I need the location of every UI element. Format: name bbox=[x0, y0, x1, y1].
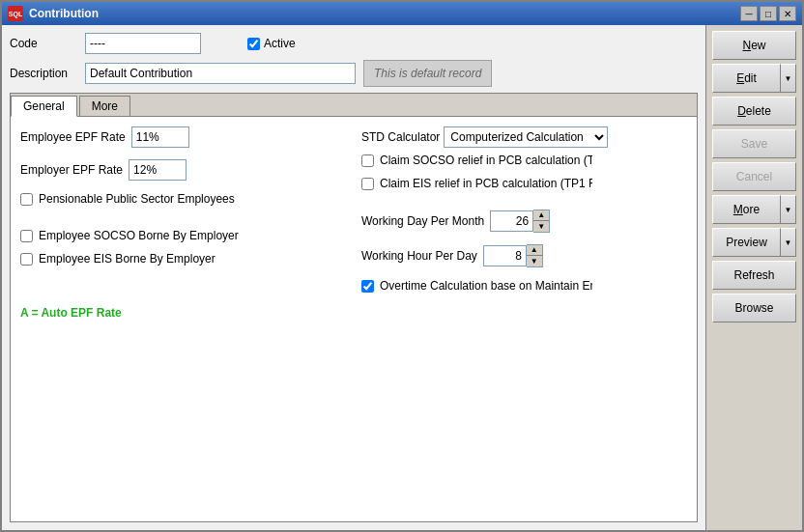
employee-epf-input[interactable] bbox=[131, 126, 189, 148]
employer-epf-input[interactable] bbox=[129, 159, 187, 181]
edit-split-button: Edit ▼ bbox=[712, 64, 796, 93]
general-tab-content: Employee EPF Rate Employer EPF Rate Pens… bbox=[11, 117, 697, 521]
claim-eis-label: Claim EIS relief in PCB calculation (TP1… bbox=[380, 177, 592, 190]
employee-eis-label: Employee EIS Borne By Employer bbox=[39, 252, 215, 266]
more-dropdown-button[interactable]: ▼ bbox=[781, 195, 796, 224]
more-split-button: More ▼ bbox=[712, 195, 796, 224]
active-checkbox[interactable] bbox=[247, 38, 260, 50]
std-calculator-select[interactable]: Computerized Calculation bbox=[444, 126, 608, 148]
right-panel: New Edit ▼ Delete Save Cancel More bbox=[705, 25, 802, 530]
delete-button[interactable]: Delete bbox=[712, 97, 796, 126]
browse-button[interactable]: Browse bbox=[712, 294, 796, 322]
new-button[interactable]: New bbox=[712, 31, 796, 60]
employee-epf-row: Employee EPF Rate bbox=[20, 126, 346, 148]
tab-bar: General More bbox=[11, 94, 697, 117]
claim-eis-checkbox[interactable] bbox=[361, 178, 374, 190]
left-column: Employee EPF Rate Employer EPF Rate Pens… bbox=[20, 126, 346, 296]
std-calculator-label: STD Calculator bbox=[361, 130, 440, 144]
window-title: Contribution bbox=[29, 7, 734, 20]
code-input[interactable] bbox=[85, 33, 201, 54]
employer-epf-row: Employer EPF Rate bbox=[20, 159, 346, 181]
right-column: STD Calculator Computerized Calculation … bbox=[361, 126, 687, 296]
working-hour-spinners: ▲ ▼ bbox=[527, 244, 543, 267]
overtime-label: Overtime Calculation base on Maintain Em… bbox=[380, 279, 592, 293]
edit-dropdown-button[interactable]: ▼ bbox=[781, 64, 796, 93]
cancel-button[interactable]: Cancel bbox=[712, 162, 796, 191]
tab-container: General More Employee EPF Rate bbox=[10, 93, 698, 522]
employer-epf-label: Employer EPF Rate bbox=[20, 163, 123, 177]
working-hour-down[interactable]: ▼ bbox=[527, 256, 542, 266]
claim-eis-row: Claim EIS relief in PCB calculation (TP1… bbox=[361, 177, 687, 190]
maximize-button[interactable]: □ bbox=[760, 6, 777, 21]
claim-socso-label: Claim SOCSO relief in PCB calculation (T… bbox=[380, 154, 592, 167]
employee-epf-label: Employee EPF Rate bbox=[20, 130, 126, 144]
working-day-down[interactable]: ▼ bbox=[533, 221, 549, 232]
more-button[interactable]: More bbox=[712, 195, 781, 224]
new-split-button: New bbox=[712, 31, 796, 60]
employee-socso-label: Employee SOCSO Borne By Employer bbox=[39, 229, 239, 242]
save-button[interactable]: Save bbox=[712, 129, 796, 158]
employee-socso-row: Employee SOCSO Borne By Employer bbox=[20, 229, 346, 242]
tab-general[interactable]: General bbox=[11, 96, 77, 117]
default-record-badge: This is default record bbox=[363, 60, 492, 87]
preview-dropdown-button[interactable]: ▼ bbox=[781, 228, 796, 257]
working-day-input[interactable] bbox=[490, 210, 533, 232]
working-hour-spinner: ▲ ▼ bbox=[483, 244, 543, 267]
close-button[interactable]: ✕ bbox=[779, 6, 796, 21]
edit-button[interactable]: Edit bbox=[712, 64, 781, 93]
claim-socso-checkbox[interactable] bbox=[361, 154, 374, 167]
window-controls: ─ □ ✕ bbox=[740, 6, 796, 21]
working-day-spinner: ▲ ▼ bbox=[490, 210, 550, 233]
overtime-checkbox[interactable] bbox=[361, 280, 374, 293]
minimize-button[interactable]: ─ bbox=[740, 6, 758, 21]
working-day-up[interactable]: ▲ bbox=[533, 210, 549, 221]
code-label: Code bbox=[10, 37, 77, 50]
tab-more[interactable]: More bbox=[79, 96, 130, 116]
pensionable-checkbox[interactable] bbox=[20, 193, 33, 206]
refresh-button[interactable]: Refresh bbox=[712, 261, 796, 290]
title-bar: SQL Contribution ─ □ ✕ bbox=[2, 2, 802, 25]
overtime-row: Overtime Calculation base on Maintain Em… bbox=[361, 279, 687, 293]
description-input[interactable] bbox=[85, 63, 356, 84]
description-label: Description bbox=[10, 67, 77, 80]
pensionable-row: Pensionable Public Sector Employees bbox=[20, 192, 346, 206]
working-hour-input[interactable] bbox=[483, 245, 527, 266]
preview-split-button: Preview ▼ bbox=[712, 228, 796, 257]
std-calculator-row: STD Calculator Computerized Calculation bbox=[361, 126, 687, 148]
working-day-label: Working Day Per Month bbox=[361, 214, 484, 228]
app-icon: SQL bbox=[8, 6, 23, 21]
form-area: Code Active Description This is default … bbox=[2, 25, 705, 530]
employee-eis-checkbox[interactable] bbox=[20, 253, 33, 266]
preview-button[interactable]: Preview bbox=[712, 228, 781, 257]
active-label: Active bbox=[264, 37, 296, 50]
employee-socso-checkbox[interactable] bbox=[20, 230, 33, 242]
main-window: SQL Contribution ─ □ ✕ Code Active Descr… bbox=[0, 0, 804, 532]
working-hour-label: Working Hour Per Day bbox=[361, 249, 477, 263]
code-row: Code Active bbox=[10, 33, 698, 54]
main-content: Code Active Description This is default … bbox=[2, 25, 802, 530]
auto-epf-note: A = Auto EPF Rate bbox=[20, 306, 687, 320]
pensionable-label: Pensionable Public Sector Employees bbox=[39, 192, 235, 206]
working-day-spinners: ▲ ▼ bbox=[533, 210, 550, 233]
working-day-row: Working Day Per Month ▲ ▼ bbox=[361, 210, 687, 233]
working-hour-row: Working Hour Per Day ▲ ▼ bbox=[361, 244, 687, 267]
active-checkbox-wrapper: Active bbox=[247, 37, 296, 50]
description-row: Description This is default record bbox=[10, 60, 698, 87]
claim-socso-row: Claim SOCSO relief in PCB calculation (T… bbox=[361, 154, 687, 167]
working-hour-up[interactable]: ▲ bbox=[527, 245, 542, 256]
employee-eis-row: Employee EIS Borne By Employer bbox=[20, 252, 346, 266]
